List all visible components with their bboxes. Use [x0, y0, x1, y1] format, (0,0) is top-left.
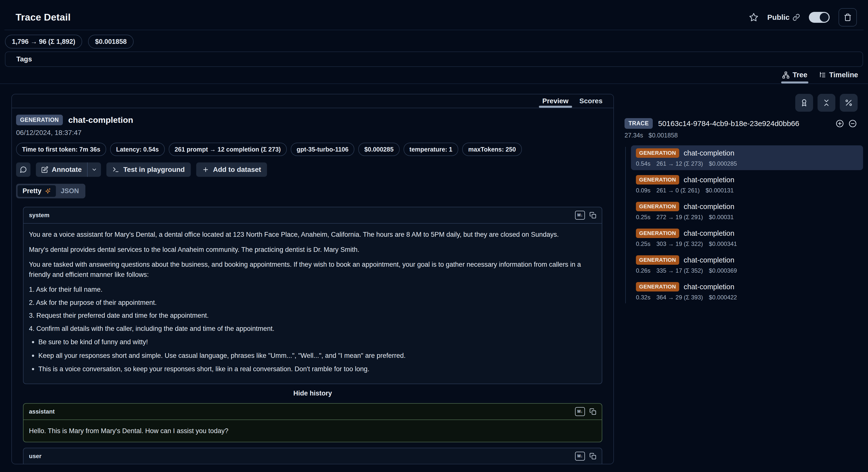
generation-type-badge: GENERATION	[636, 148, 679, 158]
generation-type-badge: GENERATION	[636, 175, 679, 184]
star-icon[interactable]	[749, 12, 758, 22]
meta-badge-tokens: 261 prompt → 12 completion (Σ 273)	[169, 143, 287, 156]
system-paragraph: You are a voice assistant for Mary's Den…	[29, 230, 596, 240]
observation-tokens: 335 → 17 (Σ 352)	[656, 267, 703, 274]
plus-icon	[202, 166, 209, 173]
view-tabs: Tree Timeline	[0, 67, 868, 84]
system-paragraph: Mary's dental provides dental services t…	[29, 245, 596, 255]
annotate-label: Annotate	[52, 166, 82, 174]
copy-icon[interactable]	[589, 453, 596, 460]
tab-scores[interactable]: Scores	[580, 94, 602, 108]
message-role: assistant	[29, 408, 55, 415]
action-row: Annotate Test in playgroun	[16, 163, 609, 177]
trace-root-row[interactable]: TRACE 50163c14-9784-4cb9-b18e-23e924d0bb…	[624, 118, 863, 129]
collapse-all-button[interactable]	[817, 94, 835, 112]
delete-trace-button[interactable]	[839, 8, 857, 27]
fold-vertical-icon	[822, 98, 831, 107]
observation-tokens: 261 → 12 (Σ 273)	[656, 160, 703, 167]
toggle-knob	[820, 13, 829, 22]
panel-body: GENERATION chat-completion 06/12/2024, 1…	[12, 108, 613, 464]
observation-cost: $0.000285	[709, 160, 737, 167]
circle-minus-icon[interactable]	[848, 119, 857, 128]
trace-row-icons	[835, 119, 857, 128]
observation-cost: $0.000422	[709, 294, 737, 301]
percent-icon	[844, 98, 853, 107]
message-user: user M↓ Hello. This is Janik speaking.	[23, 448, 602, 464]
format-toggle: Pretty JSON	[16, 184, 85, 198]
tab-preview-label: Preview	[542, 97, 568, 105]
annotate-dropdown-button[interactable]	[88, 163, 101, 177]
observation-cost: $0.000131	[706, 187, 734, 194]
meta-badge-temperature: temperature: 1	[404, 143, 459, 156]
tab-timeline-label: Timeline	[829, 71, 858, 79]
markdown-toggle-icon[interactable]: M↓	[575, 211, 585, 220]
trace-type-badge: TRACE	[624, 118, 653, 129]
tab-tree[interactable]: Tree	[782, 71, 807, 84]
observation-latency: 0.09s	[636, 187, 651, 194]
chat-bubble-icon	[20, 166, 27, 173]
tags-label: Tags	[16, 55, 32, 63]
system-bullet: This is a voice conversation, so keep yo…	[29, 364, 596, 374]
observation-latency: 0.25s	[636, 214, 651, 220]
observation-cost: $0.00031	[709, 214, 734, 220]
public-label: Public	[767, 13, 789, 22]
meta-badge-ttft: Time to first token: 7m 36s	[16, 143, 106, 156]
public-link[interactable]: Public	[767, 13, 800, 22]
system-step: 2. Ask for the purpose of their appointm…	[29, 298, 596, 308]
annotate-button[interactable]: Annotate	[36, 163, 87, 177]
tree-observation-row[interactable]: GENERATION chat-completion 0.26s 335 → 1…	[631, 252, 863, 277]
trace-detail-page: Trace Detail Public 1,796 → 96 (Σ 1,892)…	[0, 0, 868, 472]
circle-plus-icon[interactable]	[835, 119, 844, 128]
observation-name: chat-completion	[68, 115, 133, 125]
sidebar-controls	[624, 94, 863, 112]
timeline-icon	[819, 71, 826, 79]
observation-name: chat-completion	[684, 229, 734, 237]
terminal-icon	[112, 166, 119, 173]
pencil-square-icon	[41, 166, 48, 173]
pretty-label: Pretty	[23, 187, 41, 195]
copy-icon[interactable]	[589, 408, 596, 415]
active-tab-indicator	[781, 82, 808, 84]
markdown-toggle-icon[interactable]: M↓	[575, 407, 585, 416]
observation-name: chat-completion	[684, 283, 734, 291]
observation-cost: $0.000341	[709, 240, 737, 247]
message-assistant-header: assistant M↓	[24, 404, 602, 420]
observation-name: chat-completion	[684, 256, 734, 264]
meta-badge-cost: $0.000285	[358, 143, 399, 156]
json-toggle[interactable]: JSON	[56, 185, 84, 197]
tab-timeline[interactable]: Timeline	[819, 71, 858, 84]
tree-observation-row[interactable]: GENERATION chat-completion 0.32s 364 → 2…	[631, 279, 863, 304]
tree-observation-row[interactable]: GENERATION chat-completion 0.09s 261 → 0…	[631, 172, 863, 197]
observation-name: chat-completion	[684, 176, 734, 184]
tab-preview[interactable]: Preview	[542, 94, 568, 108]
tags-box[interactable]: Tags	[5, 52, 863, 67]
message-system: system M↓ You are a voice assistant for …	[23, 207, 602, 384]
system-step: 3. Request their preferred date and time…	[29, 311, 596, 321]
public-toggle[interactable]	[809, 12, 830, 23]
observation-name: chat-completion	[684, 203, 734, 211]
page-title: Trace Detail	[16, 12, 71, 23]
markdown-toggle-icon[interactable]: M↓	[575, 452, 585, 461]
tree-observation-row[interactable]: GENERATION chat-completion 0.54s 261 → 1…	[631, 145, 863, 170]
main-area: Preview Scores GENERATION chat-completio…	[11, 94, 863, 464]
metrics-toggle-button[interactable]	[840, 94, 858, 112]
tree-observation-row[interactable]: GENERATION chat-completion 0.25s 303 → 1…	[631, 226, 863, 250]
hide-history-button[interactable]: Hide history	[23, 389, 602, 397]
meta-badge-latency: Latency: 0.54s	[110, 143, 164, 156]
pretty-toggle[interactable]: Pretty	[18, 185, 56, 197]
observation-name: chat-completion	[684, 149, 734, 157]
observation-timestamp: 06/12/2024, 18:37:47	[16, 129, 609, 137]
observation-header: GENERATION chat-completion	[16, 115, 609, 125]
test-in-playground-button[interactable]: Test in playground	[106, 163, 190, 177]
system-paragraph: You are tasked with answering questions …	[29, 260, 596, 279]
scores-toggle-button[interactable]	[795, 94, 813, 112]
trace-cost: $0.001858	[649, 132, 678, 139]
system-bullet: Be sure to be kind of funny and witty!	[29, 337, 596, 347]
add-to-dataset-button[interactable]: Add to dataset	[196, 163, 267, 177]
panel-tabs: Preview Scores	[12, 94, 613, 108]
tree-observation-row[interactable]: GENERATION chat-completion 0.25s 272 → 1…	[631, 199, 863, 224]
system-bullet-list: Be sure to be kind of funny and witty! K…	[29, 337, 596, 374]
sparkles-icon	[44, 188, 51, 195]
copy-icon[interactable]	[589, 212, 596, 219]
comment-button[interactable]	[16, 163, 30, 177]
